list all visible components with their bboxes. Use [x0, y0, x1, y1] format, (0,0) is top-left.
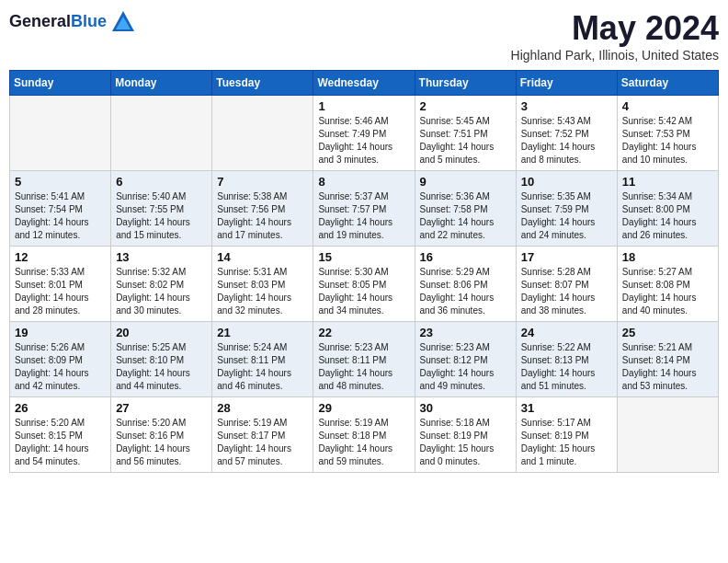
day-info: Sunrise: 5:43 AM Sunset: 7:52 PM Dayligh… — [521, 115, 612, 167]
day-header-monday: Monday — [111, 71, 212, 96]
logo-icon — [110, 9, 136, 35]
calendar-cell: 29Sunrise: 5:19 AM Sunset: 8:18 PM Dayli… — [313, 397, 415, 473]
day-info: Sunrise: 5:22 AM Sunset: 8:13 PM Dayligh… — [521, 341, 612, 393]
day-number: 21 — [217, 326, 308, 339]
day-header-friday: Friday — [516, 71, 617, 96]
day-number: 18 — [622, 250, 713, 264]
calendar-cell: 21Sunrise: 5:24 AM Sunset: 8:11 PM Dayli… — [212, 322, 313, 397]
calendar-cell: 8Sunrise: 5:37 AM Sunset: 7:57 PM Daylig… — [313, 171, 415, 247]
day-info: Sunrise: 5:23 AM Sunset: 8:11 PM Dayligh… — [318, 341, 409, 393]
day-info: Sunrise: 5:41 AM Sunset: 7:54 PM Dayligh… — [15, 190, 106, 242]
calendar-cell: 7Sunrise: 5:38 AM Sunset: 7:56 PM Daylig… — [212, 171, 313, 247]
logo: GeneralBlue — [9, 9, 136, 35]
calendar-cell: 5Sunrise: 5:41 AM Sunset: 7:54 PM Daylig… — [10, 171, 111, 247]
calendar-cell: 27Sunrise: 5:20 AM Sunset: 8:16 PM Dayli… — [111, 397, 212, 473]
calendar-cell: 16Sunrise: 5:29 AM Sunset: 8:06 PM Dayli… — [415, 247, 516, 322]
day-number: 1 — [318, 99, 409, 113]
day-number: 30 — [420, 401, 511, 415]
calendar-cell: 31Sunrise: 5:17 AM Sunset: 8:19 PM Dayli… — [516, 397, 617, 473]
calendar-cell: 18Sunrise: 5:27 AM Sunset: 8:08 PM Dayli… — [617, 247, 718, 322]
calendar-cell: 1Sunrise: 5:46 AM Sunset: 7:49 PM Daylig… — [313, 96, 415, 171]
day-number: 2 — [420, 99, 511, 113]
day-info: Sunrise: 5:21 AM Sunset: 8:14 PM Dayligh… — [622, 341, 713, 393]
day-info: Sunrise: 5:32 AM Sunset: 8:02 PM Dayligh… — [116, 266, 207, 317]
day-info: Sunrise: 5:20 AM Sunset: 8:16 PM Dayligh… — [116, 417, 207, 468]
calendar-cell: 15Sunrise: 5:30 AM Sunset: 8:05 PM Dayli… — [313, 247, 415, 322]
calendar-cell: 30Sunrise: 5:18 AM Sunset: 8:19 PM Dayli… — [415, 397, 516, 473]
day-info: Sunrise: 5:31 AM Sunset: 8:03 PM Dayligh… — [217, 266, 308, 317]
calendar-cell: 11Sunrise: 5:34 AM Sunset: 8:00 PM Dayli… — [617, 171, 718, 247]
day-info: Sunrise: 5:24 AM Sunset: 8:11 PM Dayligh… — [217, 341, 308, 393]
day-header-sunday: Sunday — [10, 71, 111, 96]
day-info: Sunrise: 5:27 AM Sunset: 8:08 PM Dayligh… — [622, 266, 713, 317]
calendar-cell: 23Sunrise: 5:23 AM Sunset: 8:12 PM Dayli… — [415, 322, 516, 397]
calendar-cell: 25Sunrise: 5:21 AM Sunset: 8:14 PM Dayli… — [617, 322, 718, 397]
day-info: Sunrise: 5:35 AM Sunset: 7:59 PM Dayligh… — [521, 190, 612, 242]
day-header-wednesday: Wednesday — [313, 71, 415, 96]
day-info: Sunrise: 5:19 AM Sunset: 8:18 PM Dayligh… — [318, 417, 409, 468]
day-number: 3 — [521, 99, 612, 113]
day-info: Sunrise: 5:37 AM Sunset: 7:57 PM Dayligh… — [318, 190, 409, 242]
calendar-cell: 17Sunrise: 5:28 AM Sunset: 8:07 PM Dayli… — [516, 247, 617, 322]
day-info: Sunrise: 5:17 AM Sunset: 8:19 PM Dayligh… — [521, 417, 612, 468]
day-number: 15 — [318, 250, 409, 264]
calendar-cell — [212, 96, 313, 171]
calendar-cell: 3Sunrise: 5:43 AM Sunset: 7:52 PM Daylig… — [516, 96, 617, 171]
calendar-cell: 20Sunrise: 5:25 AM Sunset: 8:10 PM Dayli… — [111, 322, 212, 397]
calendar-cell: 24Sunrise: 5:22 AM Sunset: 8:13 PM Dayli… — [516, 322, 617, 397]
location: Highland Park, Illinois, United States — [511, 48, 719, 63]
day-number: 29 — [318, 401, 409, 415]
calendar-cell — [617, 397, 718, 473]
calendar-cell: 9Sunrise: 5:36 AM Sunset: 7:58 PM Daylig… — [415, 171, 516, 247]
calendar-cell — [111, 96, 212, 171]
calendar-cell: 22Sunrise: 5:23 AM Sunset: 8:11 PM Dayli… — [313, 322, 415, 397]
day-info: Sunrise: 5:40 AM Sunset: 7:55 PM Dayligh… — [116, 190, 207, 242]
day-number: 13 — [116, 250, 207, 264]
day-number: 17 — [521, 250, 612, 264]
day-number: 24 — [521, 326, 612, 339]
day-number: 20 — [116, 326, 207, 339]
week-row-2: 5Sunrise: 5:41 AM Sunset: 7:54 PM Daylig… — [10, 171, 719, 247]
day-number: 11 — [622, 175, 713, 189]
day-info: Sunrise: 5:25 AM Sunset: 8:10 PM Dayligh… — [116, 341, 207, 393]
day-header-thursday: Thursday — [415, 71, 516, 96]
calendar-cell: 13Sunrise: 5:32 AM Sunset: 8:02 PM Dayli… — [111, 247, 212, 322]
day-number: 14 — [217, 250, 308, 264]
day-number: 22 — [318, 326, 409, 339]
logo-text: GeneralBlue — [9, 13, 107, 31]
day-number: 9 — [420, 175, 511, 189]
week-row-4: 19Sunrise: 5:26 AM Sunset: 8:09 PM Dayli… — [10, 322, 719, 397]
calendar-cell: 28Sunrise: 5:19 AM Sunset: 8:17 PM Dayli… — [212, 397, 313, 473]
page-header: GeneralBlue May 2024 Highland Park, Illi… — [9, 9, 719, 63]
month-title: May 2024 — [511, 9, 719, 48]
day-number: 27 — [116, 401, 207, 415]
calendar-cell — [10, 96, 111, 171]
day-info: Sunrise: 5:30 AM Sunset: 8:05 PM Dayligh… — [318, 266, 409, 317]
day-number: 7 — [217, 175, 308, 189]
day-number: 23 — [420, 326, 511, 339]
day-number: 25 — [622, 326, 713, 339]
days-header-row: SundayMondayTuesdayWednesdayThursdayFrid… — [10, 71, 719, 96]
day-info: Sunrise: 5:29 AM Sunset: 8:06 PM Dayligh… — [420, 266, 511, 317]
day-info: Sunrise: 5:38 AM Sunset: 7:56 PM Dayligh… — [217, 190, 308, 242]
day-header-tuesday: Tuesday — [212, 71, 313, 96]
calendar-cell: 6Sunrise: 5:40 AM Sunset: 7:55 PM Daylig… — [111, 171, 212, 247]
day-info: Sunrise: 5:19 AM Sunset: 8:17 PM Dayligh… — [217, 417, 308, 468]
day-info: Sunrise: 5:20 AM Sunset: 8:15 PM Dayligh… — [15, 417, 106, 468]
calendar-cell: 10Sunrise: 5:35 AM Sunset: 7:59 PM Dayli… — [516, 171, 617, 247]
day-info: Sunrise: 5:34 AM Sunset: 8:00 PM Dayligh… — [622, 190, 713, 242]
calendar-cell: 12Sunrise: 5:33 AM Sunset: 8:01 PM Dayli… — [10, 247, 111, 322]
week-row-3: 12Sunrise: 5:33 AM Sunset: 8:01 PM Dayli… — [10, 247, 719, 322]
day-number: 28 — [217, 401, 308, 415]
day-number: 4 — [622, 99, 713, 113]
day-number: 31 — [521, 401, 612, 415]
title-area: May 2024 Highland Park, Illinois, United… — [511, 9, 719, 63]
logo-general: GeneralBlue — [9, 13, 107, 31]
day-number: 8 — [318, 175, 409, 189]
week-row-1: 1Sunrise: 5:46 AM Sunset: 7:49 PM Daylig… — [10, 96, 719, 171]
day-number: 5 — [15, 175, 106, 189]
day-info: Sunrise: 5:36 AM Sunset: 7:58 PM Dayligh… — [420, 190, 511, 242]
day-number: 6 — [116, 175, 207, 189]
day-info: Sunrise: 5:42 AM Sunset: 7:53 PM Dayligh… — [622, 115, 713, 167]
day-info: Sunrise: 5:28 AM Sunset: 8:07 PM Dayligh… — [521, 266, 612, 317]
